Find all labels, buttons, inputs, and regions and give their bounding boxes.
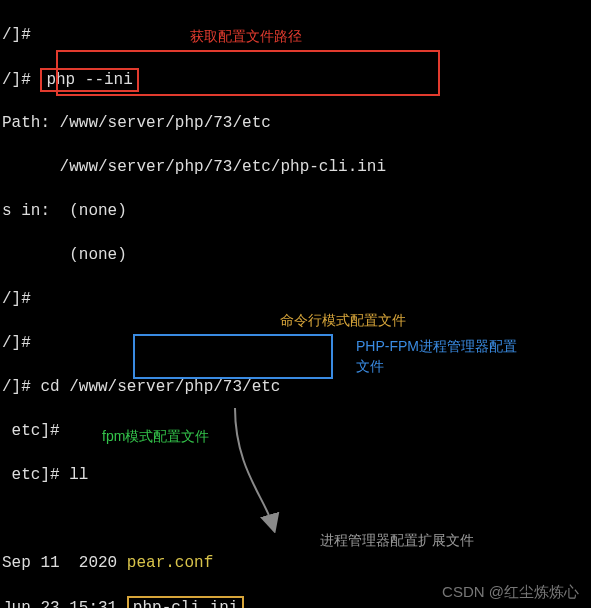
ls-row: Sep 11 2020 pear.conf: [0, 552, 591, 574]
output-line: (none): [0, 244, 591, 266]
anno-cli-mode: 命令行模式配置文件: [280, 312, 406, 330]
path-line-1: Path: /www/server/php/73/etc: [0, 112, 591, 134]
file-php-cli-ini: php-cli.ini: [127, 596, 245, 608]
prompt-line: etc]#: [0, 420, 591, 442]
anno-fpm-manager-1: PHP-FPM进程管理器配置: [356, 338, 517, 356]
cmd-cd-etc: /]# cd /www/server/php/73/etc: [0, 376, 591, 398]
prompt-line: /]#: [0, 288, 591, 310]
anno-fpm-manager-2: 文件: [356, 358, 384, 376]
path-line-2: /www/server/php/73/etc/php-cli.ini: [0, 156, 591, 178]
terminal-output: /]# /]# php --ini Path: /www/server/php/…: [0, 0, 591, 608]
output-line: s in: (none): [0, 200, 591, 222]
watermark: CSDN @红尘炼炼心: [442, 583, 579, 602]
cmd-php-ini: /]# php --ini: [0, 68, 591, 90]
anno-fpm-mode: fpm模式配置文件: [102, 428, 209, 446]
anno-ext-config: 进程管理器配置扩展文件: [320, 532, 474, 550]
cmd-ll: etc]# ll: [0, 464, 591, 486]
cmd-box: php --ini: [40, 68, 138, 92]
anno-get-config-path: 获取配置文件路径: [190, 28, 302, 46]
file-pear-conf: pear.conf: [127, 554, 213, 572]
blank-line: [0, 508, 591, 530]
